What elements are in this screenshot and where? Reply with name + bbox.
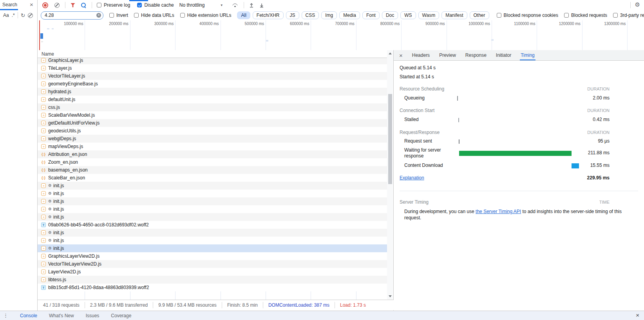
drawer-tab-what-s-new[interactable]: What's New [49, 313, 74, 318]
timeline-tick-label: 300000 ms [131, 22, 174, 26]
filter-pill-manifest[interactable]: Manifest [441, 11, 467, 19]
table-row[interactable]: ‹›⚙init.js [38, 229, 387, 237]
table-row[interactable]: ‹›TileLayer.js [38, 64, 387, 72]
preserve-log-checkbox[interactable]: Preserve log [97, 2, 130, 8]
throttling-select[interactable]: No throttling ▼ [179, 2, 223, 8]
waterfall-gridline [130, 291, 130, 300]
timeline-tick-label: 900000 ms [403, 22, 445, 26]
search-tab[interactable]: Search [2, 2, 17, 7]
filter-pill-font[interactable]: Font [362, 11, 380, 19]
record-icon[interactable] [42, 2, 48, 8]
filter-pill-wasm[interactable]: Wasm [418, 11, 440, 19]
filter-icon[interactable] [71, 3, 75, 7]
scrollbar-thumb[interactable] [388, 94, 392, 184]
table-row[interactable]: ‹›⚙init.js [38, 190, 387, 197]
table-row[interactable]: ‹›⚙init.js [38, 213, 387, 221]
table-row[interactable]: ‹›⚙init.js [38, 237, 387, 244]
tab-headers[interactable]: Headers [412, 50, 430, 60]
table-row[interactable]: ‹›⚙init.js [38, 205, 387, 213]
network-conditions-icon[interactable] [232, 3, 238, 8]
clear-search-icon[interactable] [28, 13, 33, 18]
drawer-tab-coverage[interactable]: Coverage [111, 313, 131, 318]
scroll-down-icon[interactable] [389, 295, 392, 297]
regex-toggle[interactable]: .* [12, 13, 15, 18]
js-file-icon: ‹› [41, 238, 46, 243]
checkbox-icon [613, 13, 618, 18]
table-row[interactable]: ‹›webglDeps.js [38, 135, 387, 143]
drawer-tab-console[interactable]: Console [20, 313, 37, 318]
refresh-icon[interactable]: ↻ [21, 13, 25, 18]
search-toolbar: Aa .* ↻ [0, 12, 38, 18]
match-case-toggle[interactable]: Aa [3, 13, 9, 18]
table-row[interactable]: ‹›geodesicUtils.js [38, 127, 387, 135]
checkbox-blocked-requests[interactable]: Blocked requests [564, 13, 607, 18]
js-file-icon: ‹› [41, 269, 46, 274]
table-row[interactable]: ‹›LayerView2D.js [38, 268, 387, 276]
clear-icon[interactable] [54, 3, 60, 8]
filter-pill-img[interactable]: Img [321, 11, 337, 19]
table-row[interactable]: ‹›GraphicsLayerView2D.js [38, 252, 387, 260]
table-row[interactable]: ‹›⚙init.js [38, 197, 387, 205]
filter-pill-other[interactable]: Other [470, 11, 489, 19]
invert-checkbox[interactable]: Invert [109, 13, 128, 18]
filter-input[interactable] [44, 12, 96, 18]
server-timing-api-link[interactable]: the Server Timing API [476, 209, 521, 214]
table-row[interactable]: ‹›⚙init.js [38, 244, 387, 252]
close-drawer-icon[interactable]: × [636, 312, 639, 318]
table-row[interactable]: {:}Attribution_en.json [38, 150, 387, 158]
filter-pill-media[interactable]: Media [339, 11, 360, 19]
tab-preview[interactable]: Preview [439, 50, 456, 60]
checkbox-blocked-response-cookies[interactable]: Blocked response cookies [497, 13, 558, 18]
disable-cache-checkbox[interactable]: Disable cache [137, 2, 174, 8]
search-icon[interactable] [81, 3, 86, 7]
filter-pill-ws[interactable]: WS [400, 11, 416, 19]
checkbox-3rd-party-requests[interactable]: 3rd-party requests [613, 13, 644, 18]
export-har-icon[interactable] [259, 2, 264, 8]
hide-extension-urls-checkbox[interactable]: Hide extension URLs [180, 13, 232, 18]
filter-pill-fetch-xhr[interactable]: Fetch/XHR [253, 11, 284, 19]
timeline-gridline [447, 20, 447, 50]
scroll-up-icon[interactable] [389, 52, 392, 54]
network-toolbar: Preserve log Disable cache No throttling… [38, 0, 644, 10]
table-row[interactable]: {:}basemaps_en.json [38, 166, 387, 174]
close-search-icon[interactable]: × [30, 1, 33, 8]
tab-timing[interactable]: Timing [521, 50, 535, 60]
overview-band[interactable]: 100000 ms200000 ms300000 ms400000 ms5000… [38, 20, 644, 51]
table-row[interactable]: T09ab0626-bb45-4650-acc8-0182d693df02.wo… [38, 221, 387, 229]
close-details-icon[interactable]: × [399, 52, 403, 58]
table-row[interactable]: {:}Zoom_en.json [38, 158, 387, 166]
filter-pill-js[interactable]: JS [286, 11, 299, 19]
timeline-gridline [311, 20, 311, 50]
gear-prefix-icon: ⚙ [48, 246, 52, 250]
table-row[interactable]: ‹›hydrated.js [38, 88, 387, 96]
table-row[interactable]: ‹›css.js [38, 103, 387, 111]
import-har-icon[interactable] [249, 2, 254, 8]
drawer-tab-issues[interactable]: Issues [86, 313, 99, 318]
settings-gear-icon[interactable]: ⚙ [635, 2, 640, 7]
table-row[interactable]: ‹›mapViewDeps.js [38, 143, 387, 150]
table-row[interactable]: ‹›ScaleBarViewModel.js [38, 111, 387, 119]
js-file-icon: ‹› [41, 199, 46, 204]
table-row[interactable]: ‹›defaultUnit.js [38, 96, 387, 103]
table-row[interactable]: Tb8b15cdf-85d1-4120-8daa-48863d803939.wo… [38, 284, 387, 291]
filter-pill-all[interactable]: All [237, 11, 250, 19]
table-row[interactable]: {:}ScaleBar_en.json [38, 174, 387, 182]
table-row[interactable]: ‹›libtess.js [38, 276, 387, 284]
checkbox-icon [97, 3, 101, 7]
table-row[interactable]: ‹›getDefaultUnitForView.js [38, 119, 387, 127]
explanation-link[interactable]: Explanation [400, 175, 424, 181]
table-row[interactable]: ‹›geometryEngineBase.js [38, 80, 387, 88]
tab-response[interactable]: Response [465, 50, 487, 60]
hide-data-urls-checkbox[interactable]: Hide data URLs [134, 13, 174, 18]
table-scrollbar[interactable] [387, 50, 393, 300]
filter-pill-css[interactable]: CSS [302, 11, 319, 19]
checkbox-label: Blocked requests [571, 13, 607, 18]
clear-input-icon[interactable]: × [96, 13, 101, 18]
more-tools-icon[interactable]: ⋮ [3, 313, 8, 318]
name-column-header[interactable]: Name [38, 50, 387, 58]
filter-pill-doc[interactable]: Doc [382, 11, 398, 19]
table-row[interactable]: ‹›VectorTileLayer.js [38, 72, 387, 80]
table-row[interactable]: ‹›VectorTileLayerView2D.js [38, 260, 387, 268]
tab-initiator[interactable]: Initiator [496, 50, 511, 60]
table-row[interactable]: ‹›⚙init.js [38, 182, 387, 190]
